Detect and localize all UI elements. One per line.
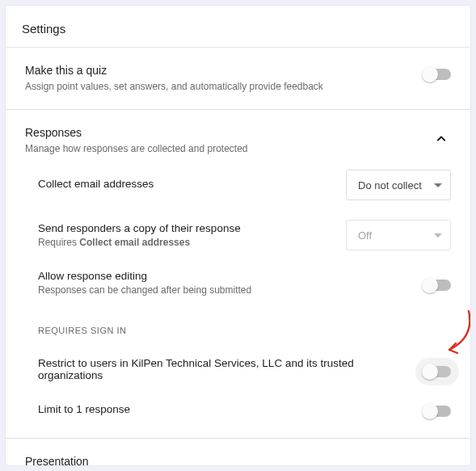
responses-body: Collect email addresses Do not collect S… [25,155,451,422]
collect-email-title: Collect email addresses [38,178,333,190]
restrict-row: Restrict to users in KilPen Technical Se… [38,347,451,391]
collect-email-select[interactable]: Do not collect [346,170,451,200]
allow-edit-row: Allow response editing Responses can be … [38,260,451,305]
restrict-title: Restrict to users in KilPen Technical Se… [38,357,411,381]
send-copy-value: Off [358,229,372,242]
send-copy-title: Send responders a copy of their response [38,222,333,234]
responses-title: Responses [25,126,422,139]
chevron-up-icon[interactable] [432,129,451,149]
allow-edit-subtitle: Responses can be changed after being sub… [38,284,411,296]
requires-signin-header: REQUIRES SIGN IN [38,314,451,339]
section-presentation: Presentation Manage how the form and res… [6,439,470,466]
section-responses: Responses Manage how responses are colle… [6,110,470,439]
caret-down-icon [434,233,442,238]
collect-email-value: Do not collect [358,179,422,191]
allow-edit-toggle[interactable] [423,280,451,291]
restrict-toggle[interactable] [423,366,451,377]
allow-edit-title: Allow response editing [38,270,411,282]
send-copy-select[interactable]: Off [346,220,451,250]
caret-down-icon [434,183,442,187]
section-quiz: Make this a quiz Assign point values, se… [6,48,470,110]
chevron-down-icon[interactable] [432,458,451,466]
send-copy-sub: Requires Collect email addresses [38,237,333,248]
quiz-title: Make this a quiz [25,64,414,77]
quiz-toggle[interactable] [423,69,451,80]
presentation-title: Presentation [25,455,422,466]
settings-card: Settings Make this a quiz Assign point v… [5,5,471,466]
limit-title: Limit to 1 response [38,403,411,415]
collect-email-row: Collect email addresses Do not collect [38,160,451,210]
page-title: Settings [6,6,470,48]
limit-row: Limit to 1 response [38,391,451,417]
limit-toggle[interactable] [423,406,451,417]
send-copy-row: Send responders a copy of their response… [38,210,451,260]
responses-subtitle: Manage how responses are collected and p… [25,142,422,155]
quiz-subtitle: Assign point values, set answers, and au… [25,80,414,93]
